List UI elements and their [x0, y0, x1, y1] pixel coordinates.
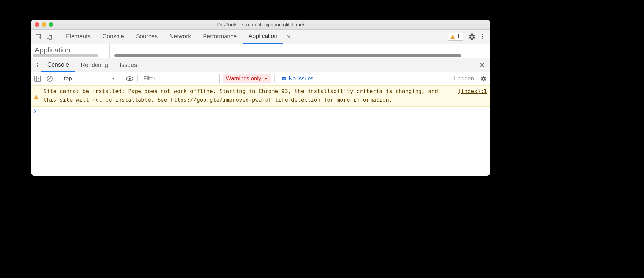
tab-application[interactable]: Application	[243, 30, 283, 44]
svg-point-7	[37, 65, 38, 66]
device-toggle-icon[interactable]	[44, 31, 54, 42]
svg-rect-9	[35, 76, 41, 81]
log-level-value: Warnings only	[226, 75, 261, 82]
application-panel: Application	[31, 44, 490, 58]
console-prompt[interactable]: ❯	[31, 107, 490, 116]
close-drawer-icon[interactable]: ✕	[477, 61, 488, 70]
svg-line-12	[48, 77, 52, 80]
svg-point-3	[482, 34, 483, 35]
svg-rect-17	[283, 79, 285, 79]
warning-icon	[450, 35, 455, 39]
svg-rect-16	[283, 78, 286, 78]
scrollbar-thumb[interactable]	[33, 54, 98, 57]
titlebar: DevTools - stitch-glib-typhoon.glitch.me…	[31, 20, 490, 30]
warning-text-tail: for more information.	[320, 97, 392, 103]
issues-label: No Issues	[289, 75, 314, 82]
close-window-button[interactable]	[35, 22, 39, 27]
traffic-lights	[31, 22, 53, 27]
svg-rect-2	[49, 35, 52, 39]
drawer-kebab-icon[interactable]	[33, 63, 41, 68]
window-title: DevTools - stitch-glib-typhoon.glitch.me…	[31, 22, 490, 27]
svg-point-8	[37, 66, 38, 67]
more-tabs-button[interactable]: »	[283, 30, 294, 44]
kebab-menu-icon[interactable]	[477, 31, 488, 42]
scrollbar-thumb[interactable]	[114, 54, 461, 57]
minimize-window-button[interactable]	[42, 22, 46, 27]
log-level-selector[interactable]: Warnings only ▼	[223, 74, 271, 83]
console-warning-row[interactable]: Site cannot be installed: Page does not …	[31, 85, 490, 107]
svg-point-5	[482, 38, 483, 39]
live-expression-icon[interactable]	[125, 74, 134, 83]
tab-performance[interactable]: Performance	[197, 30, 243, 44]
show-sidebar-icon[interactable]	[33, 74, 42, 83]
drawer-tab-bar: Console Rendering Issues ✕	[31, 58, 490, 72]
console-toolbar: top ▼ Warnings only ▼ No Issues 1 hidden	[31, 72, 490, 85]
main-tab-bar: Elements Console Sources Network Perform…	[31, 30, 490, 44]
warning-icon	[34, 87, 40, 104]
svg-point-14	[128, 77, 130, 79]
fullscreen-window-button[interactable]	[49, 22, 53, 27]
drawer-tab-rendering[interactable]: Rendering	[75, 58, 114, 72]
console-settings-icon[interactable]	[479, 74, 488, 83]
svg-rect-0	[36, 34, 41, 38]
drawer-tab-console[interactable]: Console	[41, 58, 75, 72]
hidden-count[interactable]: 1 hidden	[453, 75, 474, 82]
sidebar-heading: Application	[35, 46, 70, 54]
divider	[57, 33, 57, 41]
context-selector[interactable]: top ▼	[61, 75, 118, 82]
svg-point-6	[37, 63, 38, 64]
devtools-window: DevTools - stitch-glib-typhoon.glitch.me…	[31, 20, 490, 176]
drawer-tab-issues[interactable]: Issues	[114, 58, 143, 72]
inspect-icon[interactable]	[33, 31, 44, 42]
chevron-down-icon: ▼	[264, 76, 268, 81]
issues-button[interactable]: No Issues	[278, 74, 317, 83]
clear-console-icon[interactable]	[45, 74, 54, 83]
console-output: Site cannot be installed: Page does not …	[31, 85, 490, 176]
filter-input[interactable]	[141, 74, 220, 83]
divider	[57, 75, 57, 82]
tab-elements[interactable]: Elements	[60, 30, 97, 44]
chevron-down-icon: ▼	[111, 76, 115, 81]
tab-console[interactable]: Console	[97, 30, 130, 44]
warning-link[interactable]: https://goo.gle/improved-pwa-offline-det…	[170, 97, 320, 103]
tab-network[interactable]: Network	[163, 30, 197, 44]
divider	[274, 75, 275, 82]
tab-sources[interactable]: Sources	[130, 30, 163, 44]
svg-rect-15	[282, 77, 286, 80]
application-main[interactable]	[110, 44, 490, 58]
application-sidebar[interactable]: Application	[31, 44, 110, 58]
warnings-count: 1	[457, 34, 460, 40]
warning-source-link[interactable]: (index):1	[451, 87, 487, 104]
svg-point-4	[482, 36, 483, 37]
divider	[137, 75, 138, 82]
warnings-badge[interactable]: 1	[448, 33, 463, 41]
divider	[122, 75, 122, 82]
context-value: top	[64, 75, 72, 82]
settings-icon[interactable]	[467, 31, 477, 42]
warning-message: Site cannot be installed: Page does not …	[43, 87, 448, 104]
